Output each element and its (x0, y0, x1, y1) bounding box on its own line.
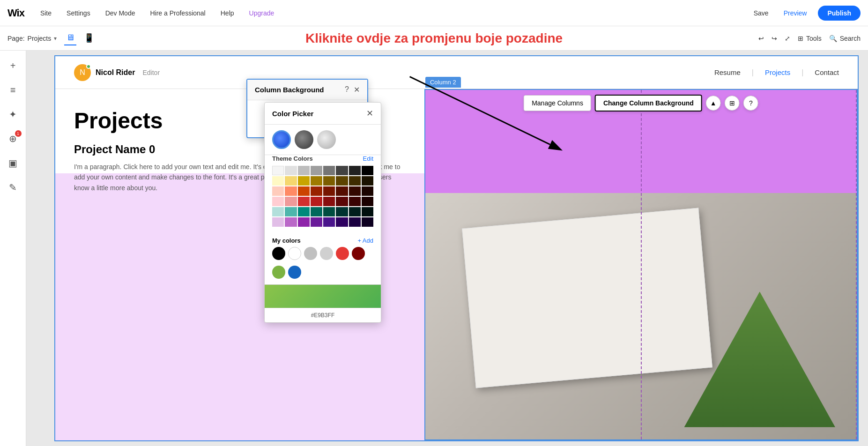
tools-button[interactable]: ⊞ Tools (798, 35, 822, 42)
desktop-view-icon[interactable]: 🖥 (64, 31, 76, 45)
light-color-swatch[interactable] (317, 130, 336, 149)
theme-cell[interactable] (311, 207, 322, 216)
theme-cell[interactable] (272, 176, 284, 186)
theme-cell[interactable] (298, 217, 310, 227)
color-picker-close-icon[interactable]: ✕ (366, 108, 373, 119)
theme-cell[interactable] (336, 176, 348, 186)
theme-cell[interactable] (323, 197, 335, 206)
theme-row-5 (272, 217, 373, 227)
theme-cell[interactable] (311, 166, 322, 175)
sidebar-blog-icon[interactable]: ✎ (4, 178, 22, 197)
theme-cell[interactable] (349, 217, 361, 227)
my-color-white[interactable] (288, 247, 301, 260)
theme-cell[interactable] (272, 217, 284, 227)
nav-resume[interactable]: Resume (714, 68, 741, 76)
save-button[interactable]: Save (750, 7, 772, 19)
color-picker-panel: Color Picker ✕ Theme Colors Edit (264, 102, 381, 323)
search-button[interactable]: 🔍 Search (829, 35, 861, 42)
preview-button[interactable]: Preview (780, 7, 811, 19)
theme-cell[interactable] (285, 207, 297, 216)
theme-cell[interactable] (285, 176, 297, 186)
theme-cell[interactable] (298, 207, 310, 216)
theme-cell[interactable] (298, 166, 310, 175)
theme-cell[interactable] (285, 197, 297, 206)
panel-close-icon[interactable]: ✕ (354, 85, 360, 94)
theme-cell[interactable] (349, 207, 361, 216)
theme-cell[interactable] (285, 166, 297, 175)
theme-cell[interactable] (362, 207, 373, 216)
theme-cell[interactable] (362, 166, 373, 175)
theme-cell[interactable] (349, 197, 361, 206)
add-color-button[interactable]: + Add (357, 237, 373, 244)
theme-cell[interactable] (349, 186, 361, 196)
move-up-icon[interactable]: ▲ (706, 96, 721, 111)
theme-cell[interactable] (323, 166, 335, 175)
theme-cell[interactable] (323, 217, 335, 227)
sidebar-add-icon[interactable]: + (4, 56, 22, 75)
theme-cell[interactable] (285, 186, 297, 196)
panel-help-icon[interactable]: ? (345, 85, 349, 94)
theme-cell[interactable] (323, 176, 335, 186)
theme-cell[interactable] (323, 207, 335, 216)
my-color-gray2[interactable] (320, 247, 333, 260)
page-selector[interactable]: Page: Projects ▾ (7, 35, 57, 42)
theme-cell[interactable] (362, 186, 373, 196)
color-type-swatches (265, 125, 381, 155)
theme-cell[interactable] (298, 197, 310, 206)
theme-cell[interactable] (311, 217, 322, 227)
change-column-background-button[interactable]: Change Column Background (595, 95, 702, 112)
theme-cell[interactable] (311, 176, 322, 186)
theme-cell[interactable] (311, 186, 322, 196)
theme-cell[interactable] (362, 217, 373, 227)
my-color-darkred[interactable] (352, 247, 365, 260)
theme-cell[interactable] (336, 186, 348, 196)
undo-button[interactable]: ↩ (758, 35, 764, 42)
mobile-view-icon[interactable]: 📱 (82, 31, 96, 45)
theme-cell[interactable] (336, 197, 348, 206)
theme-cell[interactable] (272, 186, 284, 196)
help-icon[interactable]: ? (743, 96, 758, 111)
theme-cell[interactable] (285, 217, 297, 227)
zoom-button[interactable]: ⤢ (785, 35, 790, 42)
theme-cell[interactable] (311, 197, 322, 206)
theme-cell[interactable] (323, 186, 335, 196)
theme-row-1 (272, 176, 373, 186)
layout-icon[interactable]: ⊞ (725, 96, 740, 111)
theme-cell[interactable] (272, 197, 284, 206)
theme-cell[interactable] (298, 186, 310, 196)
theme-cell[interactable] (349, 176, 361, 186)
nav-upgrade[interactable]: Upgrade (246, 7, 277, 19)
nav-contact[interactable]: Contact (815, 68, 839, 76)
nav-settings[interactable]: Settings (64, 7, 93, 19)
dark-color-swatch[interactable] (295, 130, 313, 149)
redo-button[interactable]: ↪ (772, 35, 777, 42)
theme-cell[interactable] (298, 176, 310, 186)
theme-cell[interactable] (336, 166, 348, 175)
nav-site[interactable]: Site (37, 7, 54, 19)
sidebar-design-icon[interactable]: ✦ (4, 105, 22, 124)
publish-button[interactable]: Publish (818, 6, 861, 21)
manage-columns-button[interactable]: Manage Columns (524, 95, 591, 111)
nav-projects[interactable]: Projects (765, 68, 790, 76)
sidebar-media-icon[interactable]: ⊕ 1 (4, 129, 22, 148)
sidebar-apps-icon[interactable]: ▣ (4, 154, 22, 172)
theme-colors-edit-link[interactable]: Edit (363, 155, 373, 162)
theme-cell[interactable] (362, 197, 373, 206)
theme-cell[interactable] (272, 207, 284, 216)
sidebar-pages-icon[interactable]: ≡ (4, 81, 22, 99)
solid-color-swatch[interactable] (272, 130, 291, 149)
theme-cell[interactable] (336, 217, 348, 227)
my-color-blue[interactable] (288, 266, 301, 279)
theme-cell[interactable] (362, 176, 373, 186)
theme-cell[interactable] (336, 207, 348, 216)
column-toolbar: Manage Columns Change Column Background … (524, 95, 758, 112)
theme-cell[interactable] (272, 166, 284, 175)
nav-devmode[interactable]: Dev Mode (103, 7, 138, 19)
theme-cell[interactable] (349, 166, 361, 175)
my-color-black[interactable] (272, 247, 285, 260)
my-color-gray1[interactable] (304, 247, 317, 260)
nav-help[interactable]: Help (218, 7, 237, 19)
nav-hire[interactable]: Hire a Professional (147, 7, 208, 19)
my-color-green[interactable] (272, 266, 285, 279)
my-color-red[interactable] (336, 247, 349, 260)
